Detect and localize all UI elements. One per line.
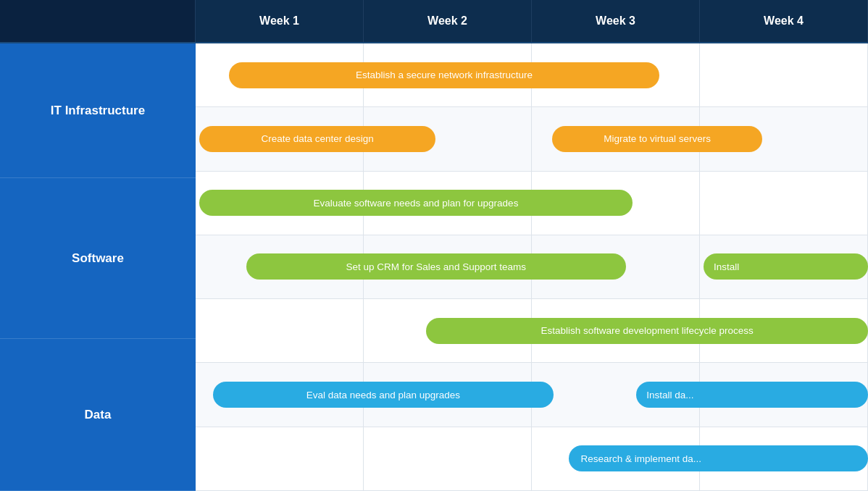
col-w2 — [364, 299, 532, 362]
col-w3 — [532, 107, 700, 170]
it-row-2: Create data center design Migrate to vir… — [196, 107, 868, 171]
col-w2 — [364, 235, 532, 298]
data-row-2: Research & implement da... — [196, 427, 868, 491]
col-w3 — [532, 427, 700, 490]
gantt-sidebar: IT Infrastructure Software Data — [0, 43, 196, 491]
col-w2 — [364, 363, 532, 426]
header-week4: Week 4 — [700, 0, 868, 42]
col-w4 — [700, 172, 868, 235]
col-w3 — [532, 299, 700, 362]
col-w2 — [364, 427, 532, 490]
col-w4 — [700, 43, 868, 106]
gantt-body: IT Infrastructure Software Data Establis… — [0, 43, 868, 491]
col-w4 — [700, 427, 868, 490]
col-w3 — [532, 172, 700, 235]
col-w3 — [532, 43, 700, 106]
col-w2 — [364, 43, 532, 106]
col-w4 — [700, 299, 868, 362]
gantt-chart: Week 1 Week 2 Week 3 Week 4 IT Infrastru… — [0, 0, 868, 491]
header-week3: Week 3 — [532, 0, 700, 42]
col-w4 — [700, 107, 868, 170]
header-week2: Week 2 — [364, 0, 532, 42]
sw-row-1: Evaluate software needs and plan for upg… — [196, 172, 868, 235]
col-w3 — [532, 235, 700, 298]
data-row-1: Eval data needs and plan upgrades Instal… — [196, 363, 868, 427]
col-w3 — [532, 363, 700, 426]
header-col0 — [0, 0, 196, 42]
sw-row-2: Set up CRM for Sales and Support teams I… — [196, 235, 868, 299]
col-w1 — [196, 427, 364, 490]
col-w2 — [364, 172, 532, 235]
col-w1 — [196, 299, 364, 362]
col-w4 — [700, 363, 868, 426]
sidebar-it-infrastructure: IT Infrastructure — [0, 43, 196, 178]
col-w1 — [196, 172, 364, 235]
sidebar-software: Software — [0, 178, 196, 339]
header-week1: Week 1 — [196, 0, 364, 42]
col-w1 — [196, 363, 364, 426]
sidebar-data: Data — [0, 339, 196, 491]
col-w1 — [196, 107, 364, 170]
col-w4 — [700, 235, 868, 298]
col-w1 — [196, 43, 364, 106]
col-w1 — [196, 235, 364, 298]
gantt-header: Week 1 Week 2 Week 3 Week 4 — [0, 0, 868, 43]
gantt-grid: Establish a secure network infrastructur… — [196, 43, 868, 491]
sw-row-3: Establish software development lifecycle… — [196, 299, 868, 363]
col-w2 — [364, 107, 532, 170]
it-row-1: Establish a secure network infrastructur… — [196, 43, 868, 107]
